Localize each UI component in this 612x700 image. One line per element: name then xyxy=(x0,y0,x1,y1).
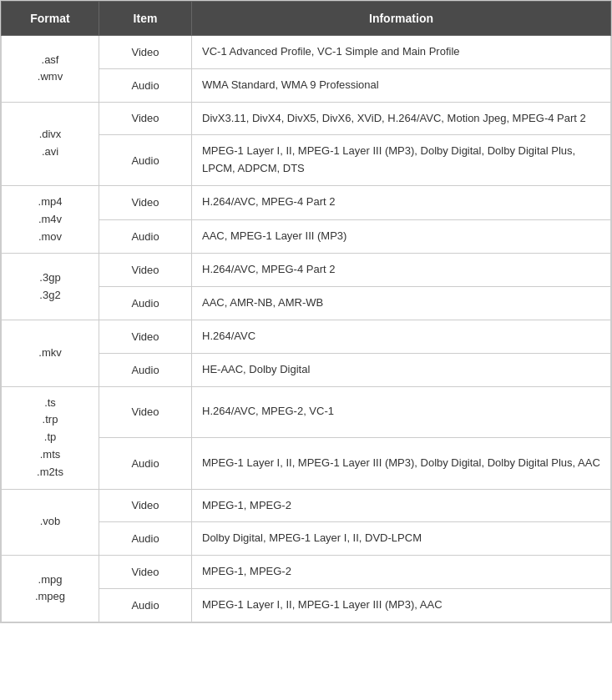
item-cell: Audio xyxy=(99,219,192,254)
table-row: .asf.wmvVideoVC-1 Advanced Profile, VC-1… xyxy=(2,36,611,69)
info-cell: H.264/AVC, MPEG-2, VC-1 xyxy=(192,386,611,437)
header-format: Format xyxy=(2,2,99,36)
item-cell: Video xyxy=(99,489,192,522)
table-row: .divx.aviVideoDivX3.11, DivX4, DivX5, Di… xyxy=(2,102,611,135)
item-cell: Audio xyxy=(99,353,192,386)
info-cell: AAC, AMR-NB, AMR-WB xyxy=(192,287,611,320)
info-cell: MPEG-1, MPEG-2 xyxy=(192,489,611,522)
item-cell: Audio xyxy=(99,522,192,556)
format-table: Format Item Information .asf.wmvVideoVC-… xyxy=(1,1,611,622)
table-row: .3gp.3g2VideoH.264/AVC, MPEG-4 Part 2 xyxy=(2,254,611,287)
info-cell: MPEG-1 Layer I, II, MPEG-1 Layer III (MP… xyxy=(192,438,611,490)
item-cell: Audio xyxy=(99,588,192,622)
header-item: Item xyxy=(99,2,192,36)
item-cell: Audio xyxy=(99,287,192,320)
table-row: .vobVideoMPEG-1, MPEG-2 xyxy=(2,489,611,522)
info-cell: MPEG-1, MPEG-2 xyxy=(192,556,611,589)
table-row: .ts.trp.tp.mts.m2tsVideoH.264/AVC, MPEG-… xyxy=(2,386,611,437)
item-cell: Video xyxy=(99,386,192,437)
info-cell: H.264/AVC xyxy=(192,320,611,353)
item-cell: Video xyxy=(99,185,192,219)
info-cell: DivX3.11, DivX4, DivX5, DivX6, XViD, H.2… xyxy=(192,102,611,135)
table-row: .mkvVideoH.264/AVC xyxy=(2,320,611,353)
format-cell: .3gp.3g2 xyxy=(2,254,99,320)
format-cell: .ts.trp.tp.mts.m2ts xyxy=(2,386,99,489)
info-cell: AAC, MPEG-1 Layer III (MP3) xyxy=(192,219,611,254)
format-cell: .mp4.m4v.mov xyxy=(2,185,99,253)
item-cell: Audio xyxy=(99,438,192,490)
item-cell: Video xyxy=(99,36,192,69)
table-row: .mp4.m4v.movVideoH.264/AVC, MPEG-4 Part … xyxy=(2,185,611,219)
main-table-container: Format Item Information .asf.wmvVideoVC-… xyxy=(0,0,612,623)
info-cell: HE-AAC, Dolby Digital xyxy=(192,353,611,386)
item-cell: Audio xyxy=(99,135,192,186)
info-cell: Dolby Digital, MPEG-1 Layer I, II, DVD-L… xyxy=(192,522,611,556)
format-cell: .asf.wmv xyxy=(2,36,99,103)
item-cell: Audio xyxy=(99,68,192,102)
item-cell: Video xyxy=(99,320,192,353)
info-cell: MPEG-1 Layer I, II, MPEG-1 Layer III (MP… xyxy=(192,588,611,622)
info-cell: WMA Standard, WMA 9 Professional xyxy=(192,68,611,102)
info-cell: H.264/AVC, MPEG-4 Part 2 xyxy=(192,185,611,219)
format-cell: .mpg.mpeg xyxy=(2,556,99,622)
format-cell: .mkv xyxy=(2,320,99,386)
table-row: .mpg.mpegVideoMPEG-1, MPEG-2 xyxy=(2,556,611,589)
info-cell: H.264/AVC, MPEG-4 Part 2 xyxy=(192,254,611,287)
item-cell: Video xyxy=(99,556,192,589)
header-information: Information xyxy=(192,2,611,36)
table-header-row: Format Item Information xyxy=(2,2,611,36)
item-cell: Video xyxy=(99,102,192,135)
info-cell: MPEG-1 Layer I, II, MPEG-1 Layer III (MP… xyxy=(192,135,611,186)
item-cell: Video xyxy=(99,254,192,287)
format-cell: .vob xyxy=(2,489,99,556)
info-cell: VC-1 Advanced Profile, VC-1 Simple and M… xyxy=(192,36,611,69)
format-cell: .divx.avi xyxy=(2,102,99,185)
